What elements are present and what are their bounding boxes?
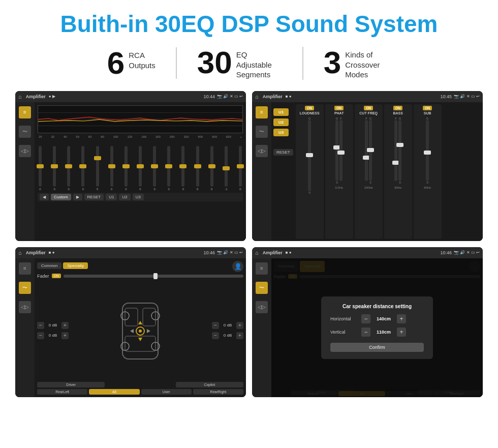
eq-slider-13[interactable]: 0 — [210, 146, 213, 191]
vol-right-top-minus[interactable]: − — [212, 322, 219, 329]
vol-left-bot: − 0 dB + — [37, 332, 69, 339]
horizontal-value: 140cm — [374, 316, 394, 321]
vol-left-bot-plus[interactable]: + — [61, 332, 69, 339]
stats-row: 6 RCA Outputs 30 EQ Adjustable Segments … — [15, 47, 483, 80]
sidebar-wave-icon-4[interactable]: 〜 — [256, 282, 268, 294]
home-icon[interactable]: ⌂ — [18, 94, 22, 100]
eq-slider-5[interactable]: 5 — [96, 146, 99, 191]
vertical-plus[interactable]: + — [397, 327, 406, 337]
vol-left-top-minus[interactable]: − — [37, 322, 44, 329]
svg-rect-5 — [143, 308, 155, 326]
speaker-btns-bot: RearLeft All User RearRight — [37, 389, 243, 395]
driver-btn[interactable]: Driver — [37, 382, 105, 387]
horizontal-minus[interactable]: − — [361, 314, 370, 323]
confirm-button[interactable]: Confirm — [330, 343, 424, 352]
fader-thumb — [153, 273, 158, 279]
channel-loudness: ON LOUDNESS G 0 — [296, 104, 324, 239]
sidebar-wave-icon[interactable]: 〜 — [19, 126, 31, 138]
tab-specialty[interactable]: Specialty — [63, 262, 87, 269]
screen-distance: ⌂ Amplifier ■ ● 10:46 📷 🔊 ✕ ▭ ↩ ≡ 〜 ◁▷ — [252, 247, 483, 397]
vol-left-top-value: 0 dB — [46, 323, 60, 327]
all-btn[interactable]: All — [89, 389, 139, 395]
u2-cross-button[interactable]: U2 — [273, 118, 289, 126]
eq-slider-1[interactable]: 0 — [39, 146, 42, 191]
home-icon-3[interactable]: ⌂ — [18, 250, 22, 256]
preset-label[interactable]: Custom — [51, 194, 71, 200]
vol-right-top-plus[interactable]: + — [236, 322, 243, 329]
eq-slider-7[interactable]: 0 — [124, 146, 128, 191]
sidebar-eq-icon-4[interactable]: ≡ — [256, 262, 268, 275]
vol-right-top-value: 0 dB — [221, 323, 235, 327]
home-icon-2[interactable]: ⌂ — [255, 94, 259, 100]
rearright-btn[interactable]: RearRight — [193, 389, 243, 395]
eq-slider-14[interactable]: -1 — [225, 146, 228, 191]
sidebar-eq-icon[interactable]: ≡ — [19, 106, 31, 118]
sidebar-vol-icon-2[interactable]: ◁▷ — [256, 145, 268, 157]
eq-sliders: 0 0 0 0 — [38, 140, 243, 191]
eq-slider-2[interactable]: 0 — [53, 146, 56, 191]
distance-screen-content: ≡ 〜 ◁▷ Common Specialty — [252, 258, 483, 397]
vol-left-bot-minus[interactable]: − — [37, 332, 44, 339]
phat-name: PHAT — [334, 111, 344, 115]
loudness-on: ON — [305, 106, 315, 110]
sidebar-vol-icon[interactable]: ◁▷ — [19, 145, 31, 157]
reset-button[interactable]: RESET — [84, 194, 104, 200]
sidebar-eq-icon-3[interactable]: ≡ — [19, 262, 31, 275]
tab-common[interactable]: Common — [37, 262, 61, 269]
topbar-crossover: ⌂ Amplifier ■ ● 10:45 📷 🔊 ✕ ▭ ↩ — [252, 91, 483, 102]
sub-on: ON — [423, 106, 432, 110]
stat-eq: 30 EQ Adjustable Segments — [177, 47, 303, 80]
eq-slider-4[interactable]: 0 — [81, 146, 84, 191]
eq-slider-12[interactable]: 0 — [196, 146, 199, 191]
channel-sub: ON SUB G 0 — [414, 104, 442, 239]
horizontal-plus[interactable]: + — [397, 314, 406, 323]
eq-slider-6[interactable]: 0 — [110, 146, 113, 191]
sub-name: SUB — [424, 111, 431, 115]
eq-slider-3[interactable]: 0 — [67, 146, 70, 191]
distance-main-area: Common Specialty Fader ON — [271, 258, 483, 397]
user-btn[interactable]: User — [141, 389, 192, 395]
profile-icon[interactable]: 👤 — [232, 261, 243, 272]
rearleft-btn[interactable]: RearLeft — [37, 389, 87, 395]
next-button[interactable]: ▶ — [73, 194, 82, 200]
eq-slider-15[interactable]: 0 — [239, 146, 242, 191]
sidebar-wave-icon-3[interactable]: 〜 — [19, 282, 31, 294]
eq-slider-8[interactable]: 0 — [139, 146, 142, 191]
modal-vertical-row: Vertical − 110cm + — [330, 327, 424, 337]
home-icon-4[interactable]: ⌂ — [255, 250, 259, 256]
stat-crossover: 3 Kinds of Crossover Modes — [303, 47, 411, 80]
sidebar-eq-icon-2[interactable]: ≡ — [256, 106, 268, 118]
sidebar-vol-icon-4[interactable]: ◁▷ — [256, 301, 268, 313]
sidebar-vol-icon-3[interactable]: ◁▷ — [19, 301, 31, 313]
topbar-icons-dist: 📷 🔊 ✕ ▭ ↩ — [454, 250, 480, 255]
crossover-sidebar: ≡ 〜 ◁▷ — [252, 102, 271, 241]
vol-left-top-plus[interactable]: + — [61, 322, 69, 329]
eq-slider-10[interactable]: 0 — [167, 146, 170, 191]
u2-button[interactable]: U2 — [119, 194, 130, 200]
page-wrapper: Buith-in 30EQ DSP Sound System 6 RCA Out… — [0, 0, 498, 407]
svg-marker-15 — [130, 329, 134, 333]
eq-slider-11[interactable]: 0 — [181, 146, 184, 191]
fader-on-badge: ON — [52, 274, 61, 278]
sidebar-wave-icon-2[interactable]: 〜 — [256, 126, 268, 138]
u1-button[interactable]: U1 — [106, 194, 117, 200]
vol-right-bot-value: 0 dB — [221, 333, 235, 338]
vol-right-bot-plus[interactable]: + — [236, 332, 243, 339]
reset-cross-button[interactable]: RESET — [273, 149, 293, 156]
modal-title: Car speaker distance setting — [330, 304, 424, 309]
eq-sidebar: ≡ 〜 ◁▷ — [15, 102, 35, 241]
u1-cross-button[interactable]: U1 — [273, 108, 289, 116]
u3-button[interactable]: U3 — [133, 194, 144, 200]
stat-number-crossover: 3 — [324, 47, 341, 78]
copilot-btn[interactable]: Copilot — [176, 382, 243, 387]
svg-marker-13 — [138, 321, 142, 324]
vol-right-bot-minus[interactable]: − — [212, 332, 219, 339]
prev-button[interactable]: ◀ — [40, 194, 49, 200]
fader-slider[interactable] — [64, 275, 243, 278]
channel-phat: ON PHAT G 0 — [325, 104, 353, 239]
topbar-time-speaker: 10:46 — [204, 250, 215, 255]
u3-cross-button[interactable]: U3 — [273, 129, 289, 136]
modal-vertical-label: Vertical — [330, 330, 358, 335]
vertical-minus[interactable]: − — [361, 327, 370, 337]
eq-slider-9[interactable]: 0 — [153, 146, 156, 191]
